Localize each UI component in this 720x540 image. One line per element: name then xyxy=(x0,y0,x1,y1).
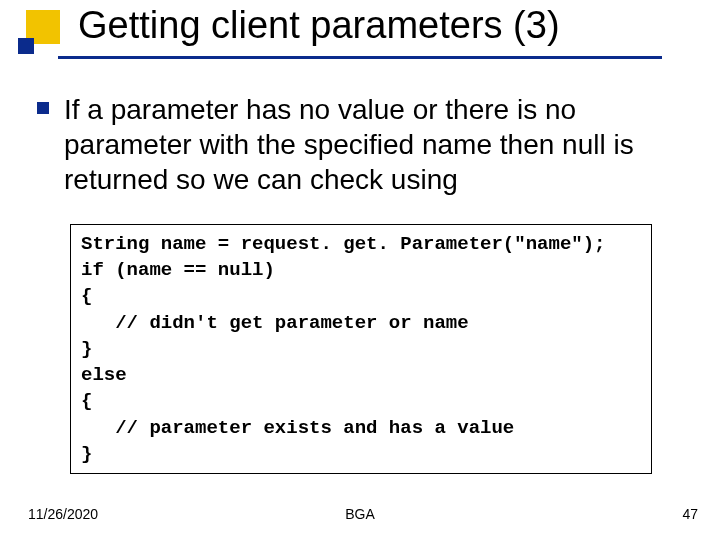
code-box: String name = request. get. Parameter("n… xyxy=(70,224,652,474)
code-snippet: String name = request. get. Parameter("n… xyxy=(81,231,641,467)
title-underline xyxy=(58,56,662,59)
blue-square-icon xyxy=(18,38,34,54)
slide-title: Getting client parameters (3) xyxy=(78,4,560,47)
bullet-icon xyxy=(37,102,49,114)
footer-page-number: 47 xyxy=(682,506,698,522)
body: If a parameter has no value or there is … xyxy=(30,92,690,197)
footer-center: BGA xyxy=(0,506,720,522)
slide: Getting client parameters (3) If a param… xyxy=(0,0,720,540)
body-text: If a parameter has no value or there is … xyxy=(64,92,690,197)
